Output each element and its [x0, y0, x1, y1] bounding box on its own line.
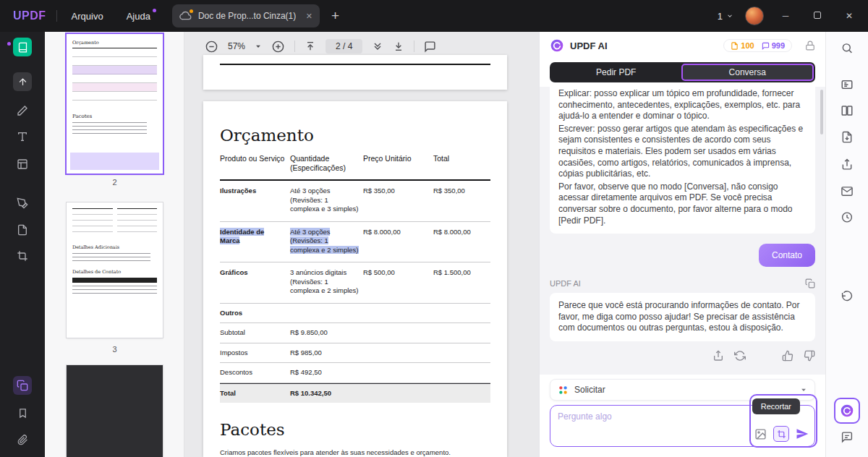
menu-ajuda[interactable]: Ajuda: [118, 11, 159, 22]
form-fields-icon[interactable]: [13, 155, 32, 174]
pdf-page-2: Orçamento Produto ou Serviço Quantidade …: [203, 101, 507, 457]
undo-icon[interactable]: [841, 289, 854, 302]
intro-paragraph: Escrever: posso gerar artigos que atenda…: [558, 124, 807, 180]
bookmark-icon[interactable]: [13, 403, 32, 422]
annotate-icon[interactable]: [13, 101, 32, 120]
prompt-selector[interactable]: Solicitar: [550, 379, 815, 401]
intro-paragraph: Explicar: posso explicar um tópico em pr…: [558, 88, 807, 122]
mini-title: Detalhes Adicionais: [72, 244, 157, 250]
recortar-tooltip: Recortar: [752, 398, 800, 414]
menu-arquivo[interactable]: Arquivo: [63, 11, 112, 22]
lock-icon[interactable]: [805, 40, 815, 51]
credits-badge[interactable]: 100 999: [723, 39, 792, 52]
comment-icon[interactable]: [424, 40, 436, 53]
reader-mode-icon[interactable]: [13, 38, 32, 56]
maximize-button[interactable]: [807, 11, 827, 21]
thumbs-down-icon[interactable]: [804, 350, 815, 362]
copy-icon[interactable]: [805, 278, 815, 289]
attachment-icon[interactable]: [13, 430, 32, 449]
budget-section-title: Orçamento: [220, 126, 490, 145]
header-unit-price: Preço Unitário: [363, 154, 433, 173]
email-icon[interactable]: [841, 185, 854, 197]
budget-table: Produto ou Serviço Quantidade (Especific…: [220, 154, 490, 403]
thumbs-up-icon[interactable]: [782, 350, 793, 362]
zoom-in-icon[interactable]: [271, 40, 285, 54]
message-actions: [550, 350, 815, 362]
chat-input-box[interactable]: Recortar: [550, 405, 815, 447]
new-tab-button[interactable]: +: [326, 8, 345, 24]
toolbar-divider: [294, 40, 295, 52]
convert-page-icon[interactable]: [13, 221, 32, 239]
regenerate-icon[interactable]: [734, 350, 746, 362]
page-1-fragment: [203, 55, 507, 90]
summary-label: Impostos: [220, 349, 290, 358]
table-end-rule: [220, 64, 490, 65]
document-viewer: 57% 2 / 4: [184, 32, 539, 457]
cell-unit-price: R$ 350,00: [363, 187, 395, 195]
assistant-reply-message: Parece que você está procurando informaç…: [550, 293, 815, 341]
table-row: Gráficos 3 anúncios digitais (Revisões: …: [220, 262, 490, 304]
history-icon[interactable]: [841, 211, 854, 223]
extract-icon[interactable]: [841, 131, 854, 143]
search-icon[interactable]: [841, 42, 854, 54]
summary-value: R$ 10.342,50: [290, 389, 363, 398]
thumbnail-preview: Orçamento Pacotes: [67, 34, 163, 174]
zoom-out-icon[interactable]: [205, 40, 218, 54]
cell-specs-highlighted: Até 3 opções (Revisões: 1 complexa e 2 s…: [290, 228, 359, 254]
file-credit-icon: [731, 42, 739, 50]
feedback-chat-icon[interactable]: [841, 431, 854, 443]
organize-pages-icon[interactable]: [13, 376, 32, 395]
cell-total: R$ 1.500,00: [433, 268, 471, 276]
ocr-icon[interactable]: [841, 78, 854, 91]
document-tab[interactable]: Doc de Prop...to Cinza(1) ✕: [172, 4, 320, 27]
compare-pages-icon[interactable]: [841, 104, 854, 117]
cell-service: Gráficos: [220, 268, 248, 276]
pacotes-section-title: Pacotes: [220, 420, 490, 439]
summary-value: R$ 492,50: [290, 368, 363, 377]
page-thumbnail-4[interactable]: [67, 365, 163, 457]
tab-pedir-pdf[interactable]: Pedir PDF: [551, 64, 681, 81]
notification-dot: [153, 9, 156, 12]
header-total: Total: [433, 154, 490, 173]
attach-image-icon[interactable]: [754, 428, 767, 440]
pdf-credits: 100: [731, 41, 754, 50]
selection-count-dropdown[interactable]: 1: [718, 11, 733, 22]
minimize-button[interactable]: ─: [775, 11, 796, 21]
document-toolbar: 57% 2 / 4: [184, 36, 539, 56]
page-thumbnail-3[interactable]: Detalhes Adicionais Detalhes de Contato: [67, 202, 163, 338]
export-icon[interactable]: [712, 350, 724, 362]
cloud-sync-icon: [179, 10, 192, 22]
edit-text-icon[interactable]: [13, 127, 32, 146]
summary-label: Outros: [220, 309, 290, 318]
prompt-library-icon: [558, 385, 569, 396]
send-icon[interactable]: [796, 427, 809, 440]
summary-row-outros: Outros: [220, 304, 490, 324]
ai-panel-title: UPDF AI: [570, 40, 608, 51]
page-thumbnail-2[interactable]: Orçamento Pacotes: [67, 34, 163, 174]
scroll-to-top-icon[interactable]: [305, 40, 316, 52]
cell-unit-price: R$ 8.000,00: [363, 228, 401, 236]
updf-logo[interactable]: UPDF: [9, 9, 51, 22]
cell-service: Ilustrações: [220, 187, 256, 195]
page-indicator[interactable]: 2 / 4: [326, 39, 362, 54]
updf-ai-panel: UPDF AI 100 999 Pedir PDF Conversa E: [539, 32, 825, 457]
share-icon[interactable]: [841, 158, 854, 171]
scroll-to-bottom-icon[interactable]: [393, 40, 404, 52]
zoom-level[interactable]: 57%: [228, 41, 245, 51]
crop-page-icon[interactable]: [13, 247, 32, 265]
header-product: Produto ou Serviço: [220, 154, 290, 173]
sign-icon[interactable]: [13, 194, 32, 213]
pan-tool-icon[interactable]: [13, 72, 32, 91]
mini-title: Orçamento: [72, 40, 157, 46]
zoom-dropdown-icon[interactable]: [255, 43, 262, 50]
close-button[interactable]: ✕: [839, 11, 859, 21]
next-pages-icon[interactable]: [372, 40, 383, 52]
chat-scrollbar[interactable]: [820, 90, 823, 134]
pacotes-text: Criamos pacotes flexíveis para atender à…: [220, 448, 490, 456]
updf-ai-sidebar-icon[interactable]: [834, 398, 860, 424]
user-avatar[interactable]: [745, 7, 764, 25]
screenshot-crop-icon[interactable]: [773, 426, 789, 442]
tab-conversa[interactable]: Conversa: [681, 64, 814, 81]
tab-close-icon[interactable]: ✕: [306, 12, 312, 21]
menu-ajuda-label: Ajuda: [127, 11, 150, 22]
